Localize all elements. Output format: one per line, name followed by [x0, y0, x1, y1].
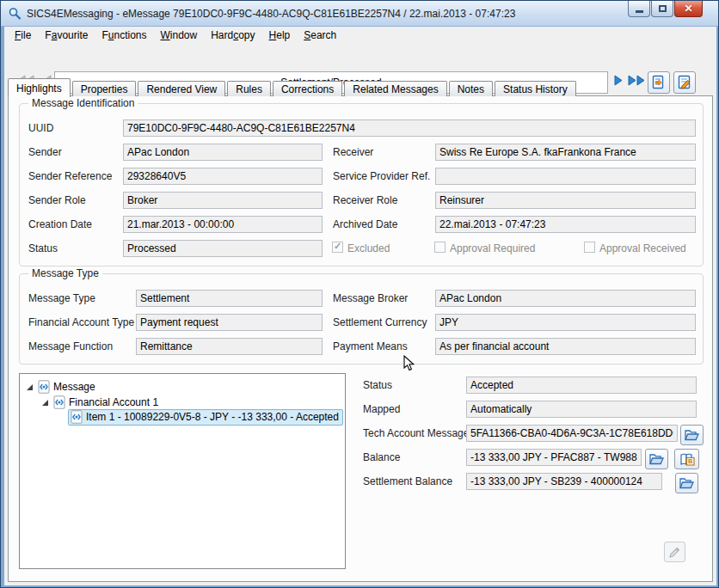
- close-icon: ✕: [684, 3, 692, 15]
- last-record-icon[interactable]: [627, 75, 646, 86]
- financial-account-type-field[interactable]: [136, 314, 323, 331]
- tree-item-label: Financial Account 1: [69, 396, 158, 408]
- pencil-icon: [668, 546, 681, 559]
- tab-strip: Highlights Properties Rendered View Rule…: [8, 77, 578, 96]
- approval-required-label: Approval Required: [450, 242, 535, 254]
- minimize-icon: [636, 10, 643, 13]
- app-magnifier-icon: [8, 7, 22, 21]
- message-type-group: Message Type Message Type Message Broker…: [19, 273, 704, 364]
- message-type-field[interactable]: [136, 290, 323, 307]
- selected-tree-item[interactable]: Item 1 - 10089229-0V5-8 - JPY - -13 333,…: [68, 409, 343, 426]
- open-settlement-balance-button[interactable]: [675, 473, 698, 493]
- status-field[interactable]: [123, 240, 323, 257]
- close-button[interactable]: ✕: [674, 1, 703, 17]
- settlement-balance-label: Settlement Balance: [363, 475, 452, 487]
- sender-field[interactable]: [123, 144, 323, 161]
- tab-rules[interactable]: Rules: [227, 81, 271, 96]
- form-with-arrow-icon: [651, 75, 667, 90]
- next-record-icon[interactable]: [613, 75, 624, 86]
- tree-item-label: Item 1 - 10089229-0V5-8 - JPY - -13 333,…: [86, 411, 339, 423]
- document-edit-icon: [677, 75, 692, 90]
- item-node-icon: [71, 410, 83, 424]
- maximize-button[interactable]: [651, 1, 673, 17]
- group-title: Message Identification: [28, 97, 138, 109]
- message-function-field[interactable]: [136, 338, 323, 355]
- menu-file[interactable]: File: [8, 27, 38, 46]
- message-node-icon: [38, 380, 50, 394]
- balance-ledger-button[interactable]: B: [674, 449, 699, 469]
- title-bar: SICS4EMessaging - eMessage 79E10DC0-9F9C…: [1, 1, 719, 27]
- menu-window[interactable]: Window: [153, 27, 204, 46]
- archived-date-label: Archived Date: [333, 218, 397, 230]
- svg-text:B: B: [687, 457, 692, 465]
- receiver-role-field[interactable]: [435, 192, 696, 209]
- service-provider-ref-label: Service Provider Ref.: [333, 170, 430, 182]
- folder-open-icon: [649, 453, 664, 465]
- payment-means-field[interactable]: [435, 338, 696, 355]
- creation-date-label: Creation Date: [28, 218, 92, 230]
- tab-highlights[interactable]: Highlights: [8, 78, 71, 97]
- tab-notes[interactable]: Notes: [449, 81, 493, 96]
- tech-account-message-label: Tech Account Message: [363, 427, 469, 439]
- minimize-button[interactable]: [628, 1, 650, 17]
- settlement-currency-field[interactable]: [435, 314, 696, 331]
- document-edit-button[interactable]: [673, 71, 696, 94]
- message-broker-field[interactable]: [435, 290, 696, 307]
- service-provider-ref-field[interactable]: [435, 168, 696, 185]
- approval-required-checkbox[interactable]: [434, 242, 446, 253]
- client-area: File Favourite Functions Window Hardcopy…: [4, 27, 716, 585]
- settlement-balance-field[interactable]: [466, 473, 662, 490]
- tab-rendered-view[interactable]: Rendered View: [138, 81, 225, 96]
- tab-corrections[interactable]: Corrections: [273, 81, 342, 96]
- balance-label: Balance: [363, 451, 400, 463]
- tech-account-message-field[interactable]: [466, 425, 678, 442]
- folder-open-icon: [679, 477, 694, 489]
- archived-date-field[interactable]: [435, 216, 696, 233]
- menu-functions[interactable]: Functions: [95, 27, 153, 46]
- sender-label: Sender: [28, 146, 62, 158]
- tree-item-item1[interactable]: Item 1 - 10089229-0V5-8 - JPY - -13 333,…: [68, 409, 343, 425]
- receiver-role-label: Receiver Role: [333, 194, 397, 206]
- menu-search[interactable]: Search: [297, 27, 343, 46]
- sender-role-label: Sender Role: [28, 194, 86, 206]
- balance-field[interactable]: [466, 449, 642, 466]
- open-tech-account-button[interactable]: [680, 425, 704, 445]
- approval-received-label: Approval Received: [599, 242, 686, 254]
- form-list-button[interactable]: [648, 71, 670, 94]
- sender-role-field[interactable]: [123, 192, 323, 209]
- mapped-label: Mapped: [363, 403, 400, 415]
- uuid-field[interactable]: [123, 119, 696, 137]
- message-broker-label: Message Broker: [333, 292, 408, 304]
- item-status-field[interactable]: [466, 377, 697, 394]
- receiver-label: Receiver: [333, 146, 373, 158]
- sender-reference-label: Sender Reference: [28, 170, 112, 182]
- payment-means-label: Payment Means: [333, 340, 408, 352]
- edit-item-button[interactable]: [664, 542, 685, 562]
- tab-properties[interactable]: Properties: [72, 81, 137, 96]
- approval-received-checkbox[interactable]: [584, 242, 595, 253]
- financial-account-type-label: Financial Account Type: [28, 316, 134, 328]
- menu-bar: File Favourite Functions Window Hardcopy…: [4, 27, 716, 46]
- tree-item-message[interactable]: Message: [27, 379, 95, 395]
- item-status-label: Status: [363, 379, 392, 391]
- maximize-icon: [659, 5, 667, 12]
- tree-item-financial-account[interactable]: Financial Account 1: [42, 395, 158, 410]
- creation-date-field[interactable]: [123, 216, 323, 233]
- tab-related-messages[interactable]: Related Messages: [344, 81, 446, 96]
- message-identification-group: Message Identification UUID Sender Recei…: [19, 103, 704, 266]
- menu-favourite[interactable]: Favourite: [38, 27, 95, 46]
- message-function-label: Message Function: [28, 340, 113, 352]
- navigation-toolbar: [4, 47, 716, 77]
- financial-account-node-icon: [53, 395, 65, 409]
- receiver-field[interactable]: [435, 144, 696, 161]
- mapped-field[interactable]: [466, 401, 697, 418]
- expander-icon[interactable]: [42, 400, 48, 406]
- menu-hardcopy[interactable]: Hardcopy: [204, 27, 261, 46]
- excluded-checkbox[interactable]: [332, 242, 343, 253]
- tab-status-history[interactable]: Status History: [495, 81, 576, 96]
- menu-help[interactable]: Help: [262, 27, 298, 46]
- sender-reference-field[interactable]: [123, 168, 323, 185]
- excluded-label: Excluded: [347, 242, 390, 254]
- open-balance-button[interactable]: [645, 449, 668, 469]
- expander-icon[interactable]: [27, 384, 33, 390]
